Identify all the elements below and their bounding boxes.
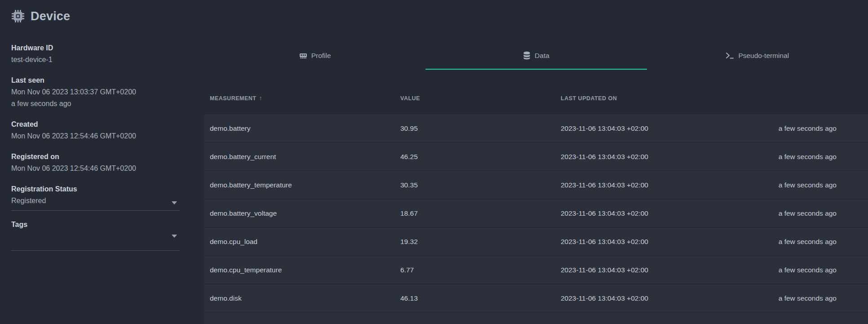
field-label: Registration Status <box>11 183 180 195</box>
registration-status-select[interactable]: Registered <box>11 195 180 211</box>
device-sidebar: Device Hardware ID test-device-1 Last se… <box>0 0 204 324</box>
table-row: demo.battery 30.95 2023-11-06 13:04:03 +… <box>204 115 868 142</box>
chevron-down-icon[interactable] <box>172 201 177 204</box>
field-label: Created <box>11 119 180 130</box>
chevron-down-icon[interactable] <box>172 235 177 238</box>
page-header: Device <box>11 6 180 26</box>
cell-measurement: demo.battery <box>204 124 400 133</box>
cell-measurement: demo.battery_current <box>204 153 400 161</box>
cell-measurement: demo.battery_voltage <box>204 209 400 217</box>
registration-status-value: Registered <box>11 195 46 207</box>
tab-label: Profile <box>311 52 331 60</box>
device-main: Profile Data <box>204 0 868 324</box>
cell-relative-time: a few seconds ago <box>767 294 868 302</box>
cell-last-updated: 2023-11-06 13:04:03 +02:00 <box>561 323 767 324</box>
table-row: demo.cpu_temperature 6.77 2023-11-06 13:… <box>204 256 868 284</box>
device-page: Device Hardware ID test-device-1 Last se… <box>0 0 868 324</box>
cell-relative-time: a few seconds ago <box>767 323 868 324</box>
chip-icon <box>11 9 25 23</box>
tab-label: Data <box>535 52 549 60</box>
cell-value: 27.997997548400195 <box>400 323 561 324</box>
cell-relative-time: a few seconds ago <box>767 238 868 246</box>
table-row: demo.battery_temperature 30.35 2023-11-0… <box>204 171 868 199</box>
cell-relative-time: a few seconds ago <box>767 209 868 217</box>
table-header-row: MEASUREMENT ↑ VALUE LAST UPDATED ON <box>204 95 868 102</box>
cell-last-updated: 2023-11-06 13:04:03 +02:00 <box>561 124 767 133</box>
field-label: Last seen <box>11 75 180 86</box>
cell-relative-time: a few seconds ago <box>767 266 868 274</box>
device-info-fields: Hardware ID test-device-1 Last seen Mon … <box>11 42 180 251</box>
field-label: Tags <box>11 219 180 231</box>
registration-status-field: Registration Status Registered <box>11 183 180 211</box>
cell-last-updated: 2023-11-06 13:04:03 +02:00 <box>561 238 767 246</box>
tags-select[interactable] <box>11 231 180 251</box>
field-values: test-device-1 <box>11 54 180 66</box>
cell-last-updated: 2023-11-06 13:04:03 +02:00 <box>561 181 767 189</box>
cell-measurement: demo.cpu_load <box>204 238 400 246</box>
cell-value: 6.77 <box>400 266 561 274</box>
table-row: demo.cpu_load 19.32 2023-11-06 13:04:03 … <box>204 228 868 255</box>
column-header-relative <box>767 95 868 102</box>
field-value-line: Mon Nov 06 2023 13:03:37 GMT+0200 <box>11 86 180 98</box>
cell-value: 19.32 <box>400 238 561 246</box>
table-body: demo.battery 30.95 2023-11-06 13:04:03 +… <box>204 115 868 324</box>
cell-value: 30.35 <box>400 181 561 189</box>
field-values: Mon Nov 06 2023 13:03:37 GMT+0200a few s… <box>11 86 180 110</box>
tab-profile[interactable]: Profile <box>204 45 425 70</box>
cell-relative-time: a few seconds ago <box>767 153 868 161</box>
field-values: Mon Nov 06 2023 12:54:46 GMT+0200 <box>11 130 180 142</box>
cell-last-updated: 2023-11-06 13:04:03 +02:00 <box>561 294 767 302</box>
field-value-line: test-device-1 <box>11 54 180 66</box>
cell-measurement: demo.disk <box>204 294 400 302</box>
cell-value: 30.95 <box>400 124 561 133</box>
cell-relative-time: a few seconds ago <box>767 181 868 189</box>
field-label: Hardware ID <box>11 42 180 54</box>
table-row: demo.gps_data 27.997997548400195 2023-11… <box>204 313 868 324</box>
tab-label: Pseudo-terminal <box>738 52 789 60</box>
cell-last-updated: 2023-11-06 13:04:03 +02:00 <box>561 153 767 161</box>
cell-last-updated: 2023-11-06 13:04:03 +02:00 <box>561 209 767 217</box>
device-info-field: Created Mon Nov 06 2023 12:54:46 GMT+020… <box>11 119 180 142</box>
terminal-icon <box>726 52 734 59</box>
column-header-label: MEASUREMENT <box>210 95 256 102</box>
device-info-field: Registered on Mon Nov 06 2023 12:54:46 G… <box>11 151 180 174</box>
cell-last-updated: 2023-11-06 13:04:03 +02:00 <box>561 266 767 274</box>
tab-data[interactable]: Data <box>425 45 647 70</box>
device-tabs: Profile Data <box>204 45 868 70</box>
field-values: Mon Nov 06 2023 12:54:46 GMT+0200 <box>11 163 180 174</box>
table-row: demo.disk 46.13 2023-11-06 13:04:03 +02:… <box>204 284 868 312</box>
field-label: Registered on <box>11 151 180 163</box>
field-value-line: a few seconds ago <box>11 98 180 110</box>
table-row: demo.battery_current 46.25 2023-11-06 13… <box>204 143 868 170</box>
device-info-field: Hardware ID test-device-1 <box>11 42 180 66</box>
cell-value: 18.67 <box>400 209 561 217</box>
field-value-line: Mon Nov 06 2023 12:54:46 GMT+0200 <box>11 130 180 142</box>
tab-pseudo-terminal[interactable]: Pseudo-terminal <box>647 45 868 70</box>
page-title: Device <box>31 9 70 23</box>
column-header-value[interactable]: VALUE <box>400 95 561 102</box>
field-value-line: Mon Nov 06 2023 12:54:46 GMT+0200 <box>11 163 180 174</box>
cell-measurement: demo.battery_temperature <box>204 181 400 189</box>
cell-measurement: demo.cpu_temperature <box>204 266 400 274</box>
database-icon <box>523 51 531 60</box>
tags-field: Tags <box>11 219 180 251</box>
cell-relative-time: a few seconds ago <box>767 124 868 133</box>
cell-measurement: demo.gps_data <box>204 323 400 324</box>
table-row: demo.battery_voltage 18.67 2023-11-06 13… <box>204 200 868 227</box>
measurements-table: MEASUREMENT ↑ VALUE LAST UPDATED ON demo… <box>204 70 868 324</box>
sort-ascending-icon[interactable]: ↑ <box>259 94 262 102</box>
column-header-measurement[interactable]: MEASUREMENT ↑ <box>204 95 400 102</box>
column-header-last-updated[interactable]: LAST UPDATED ON <box>561 95 767 102</box>
cell-value: 46.25 <box>400 153 561 161</box>
cell-value: 46.13 <box>400 294 561 302</box>
device-info-field: Last seen Mon Nov 06 2023 13:03:37 GMT+0… <box>11 75 180 110</box>
ram-icon <box>299 52 307 60</box>
